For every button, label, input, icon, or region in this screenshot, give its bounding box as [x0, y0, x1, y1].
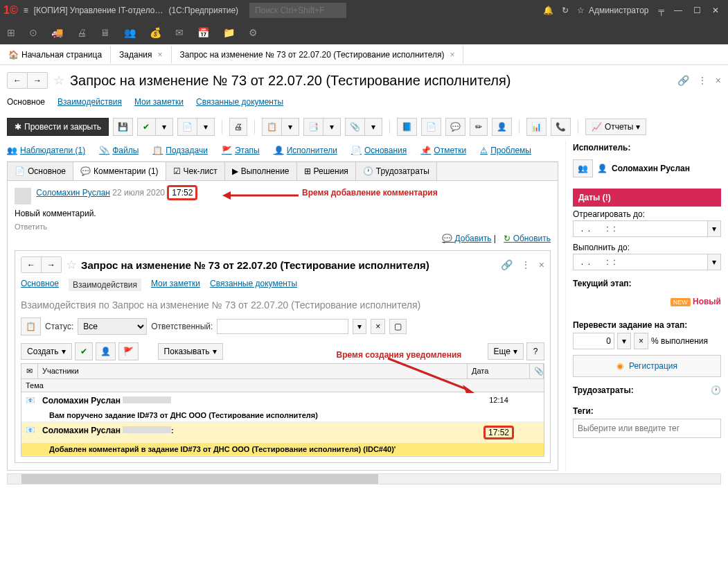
inner-star-icon[interactable]: ☆	[66, 257, 77, 272]
tb-icon-3[interactable]: 🚚	[51, 27, 63, 38]
menu-icon[interactable]: ≡	[24, 6, 28, 15]
link-stages[interactable]: 🚩Этапы	[222, 146, 260, 155]
inner-subtab-rel[interactable]: Связанные документы	[210, 279, 297, 291]
tb-icon-5[interactable]: 🖥	[100, 27, 110, 38]
btn-8[interactable]: 👤	[492, 118, 512, 136]
status-select[interactable]: Все	[78, 318, 147, 335]
maximize-icon[interactable]: ☐	[693, 6, 701, 15]
show-button[interactable]: Показывать ▾	[158, 343, 223, 360]
ptab-main[interactable]: 📄 Основное	[8, 162, 73, 180]
filter-btn[interactable]: 📋	[21, 317, 41, 335]
refresh-link[interactable]: ↻ Обновить	[504, 234, 551, 243]
tab-close-icon[interactable]: ×	[158, 50, 163, 60]
inner-subtab-main[interactable]: Основное	[21, 279, 59, 291]
btn-7[interactable]: ✏	[470, 118, 488, 136]
close-page-icon[interactable]: ×	[716, 75, 721, 86]
btn-1-dd[interactable]: ▾	[281, 118, 299, 136]
add-comment-link[interactable]: 💬 Добавить	[442, 234, 491, 243]
clock-icon[interactable]: 🕐	[711, 385, 721, 395]
print-button[interactable]: 🖨	[229, 118, 247, 136]
comment-author[interactable]: Соломахин Руслан	[36, 188, 110, 198]
tb-icon-4[interactable]: 🖨	[77, 27, 87, 38]
link-executors[interactable]: 👤Исполнители	[274, 146, 337, 155]
favorite-star-icon[interactable]: ☆	[53, 73, 64, 88]
percent-input[interactable]	[573, 333, 614, 349]
resp-open[interactable]: ▢	[389, 319, 407, 334]
history-icon[interactable]: ↻	[562, 6, 569, 15]
tb-icon-7[interactable]: 💰	[150, 27, 161, 38]
close-icon[interactable]: ✕	[712, 6, 719, 15]
percent-dd[interactable]: ▾	[617, 333, 631, 349]
resp-clear[interactable]: ×	[371, 319, 385, 334]
subtab-notes[interactable]: Мои заметки	[134, 97, 184, 107]
link-grounds[interactable]: 📄Основания	[351, 146, 407, 155]
inner-link-icon[interactable]: 🔗	[501, 259, 513, 270]
subtab-related[interactable]: Связанные документы	[196, 97, 283, 107]
btn-5[interactable]: 📄	[421, 118, 441, 136]
reply-link[interactable]: Ответить	[15, 223, 551, 231]
ptab-checklist[interactable]: ☑ Чек-лист	[166, 162, 225, 180]
react-dd[interactable]: ▾	[708, 220, 721, 237]
create-button[interactable]: Создать ▾	[21, 343, 72, 360]
doc-dropdown[interactable]: ▾	[197, 118, 215, 136]
tab-tasks[interactable]: Задания×	[111, 46, 171, 64]
tb-icon-1[interactable]: ⊞	[7, 27, 15, 38]
tb-icon-6[interactable]: 👥	[124, 27, 136, 38]
approve-button[interactable]: ✔	[137, 118, 155, 136]
inner-subtab-inter[interactable]: Взаимодействия	[69, 279, 141, 291]
registration-button[interactable]: ◉Регистрация	[573, 355, 721, 377]
horizontal-scrollbar[interactable]	[7, 473, 721, 485]
table-row[interactable]: 📧 Соломахин Руслан 12:14 Вам поручено за…	[21, 392, 544, 422]
complete-input[interactable]	[573, 254, 708, 270]
tab-close-icon[interactable]: ×	[450, 50, 454, 60]
link-files[interactable]: 📎Файлы	[99, 146, 139, 155]
btn-2-dd[interactable]: ▾	[323, 118, 341, 136]
link-watchers[interactable]: 👥Наблюдатели (1)	[7, 146, 85, 155]
exec-user-name[interactable]: Соломахин Руслан	[612, 164, 690, 173]
nav-forward-button[interactable]: →	[28, 73, 47, 88]
ptab-exec[interactable]: ▶ Выполнение	[225, 162, 297, 180]
inner-close-icon[interactable]: ×	[539, 259, 544, 270]
btn-4[interactable]: 📘	[397, 118, 417, 136]
percent-clear[interactable]: ×	[634, 333, 648, 349]
user-label[interactable]: Администратор	[589, 6, 649, 15]
tb-flag[interactable]: 🚩	[118, 342, 139, 360]
ptab-labor[interactable]: 🕐 Трудозатраты	[356, 162, 437, 180]
tb-icon-9[interactable]: 📅	[197, 27, 209, 38]
th-attach[interactable]: 📎	[530, 364, 544, 378]
search-input[interactable]	[249, 3, 346, 18]
save-button[interactable]: 💾	[113, 118, 133, 136]
btn-3[interactable]: 📎	[345, 118, 364, 136]
tab-home[interactable]: 🏠 Начальная страница	[0, 46, 111, 64]
tb-icon-10[interactable]: 📁	[223, 27, 235, 38]
th-icon[interactable]: ✉	[21, 364, 38, 378]
inner-nav-back[interactable]: ←	[21, 257, 42, 272]
btn-phone[interactable]: 📞	[551, 118, 571, 136]
reports-button[interactable]: 📈 Отчеты ▾	[585, 119, 646, 135]
tb-icon-11[interactable]: ⚙	[249, 27, 258, 38]
btn-1[interactable]: 📋	[262, 118, 281, 136]
btn-3-dd[interactable]: ▾	[364, 118, 382, 136]
post-close-button[interactable]: ✱ Провести и закрыть	[7, 118, 109, 136]
link-subtasks[interactable]: 📋Подзадачи	[152, 146, 208, 155]
resp-input[interactable]	[217, 319, 348, 334]
btn-9[interactable]: 📊	[526, 118, 547, 136]
inner-nav-fwd[interactable]: →	[42, 257, 61, 272]
link-icon[interactable]: 🔗	[677, 75, 689, 86]
minimize-icon[interactable]: —	[674, 6, 682, 15]
complete-dd[interactable]: ▾	[708, 254, 721, 270]
table-row[interactable]: 📧 Соломахин Руслан : 17:52 Добавлен комм…	[21, 422, 544, 456]
more-button[interactable]: Еще ▾	[488, 343, 524, 360]
tb-icon-8[interactable]: ✉	[175, 27, 184, 38]
help-button[interactable]: ?	[526, 342, 544, 360]
link-problems[interactable]: ⚠Проблемы	[480, 146, 531, 155]
react-input[interactable]	[573, 220, 708, 237]
subtab-interactions[interactable]: Взаимодействия	[57, 97, 122, 107]
tags-input[interactable]	[573, 419, 721, 438]
btn-2[interactable]: 📑	[303, 118, 323, 136]
btn-6[interactable]: 💬	[445, 118, 465, 136]
tab-request[interactable]: Запрос на изменение № 73 от 22.07.20 (Те…	[172, 46, 464, 64]
tb-approve[interactable]: ✔	[75, 342, 93, 360]
star-icon[interactable]: ☆	[577, 6, 585, 15]
ptab-solutions[interactable]: ⊞ Решения	[297, 162, 356, 180]
